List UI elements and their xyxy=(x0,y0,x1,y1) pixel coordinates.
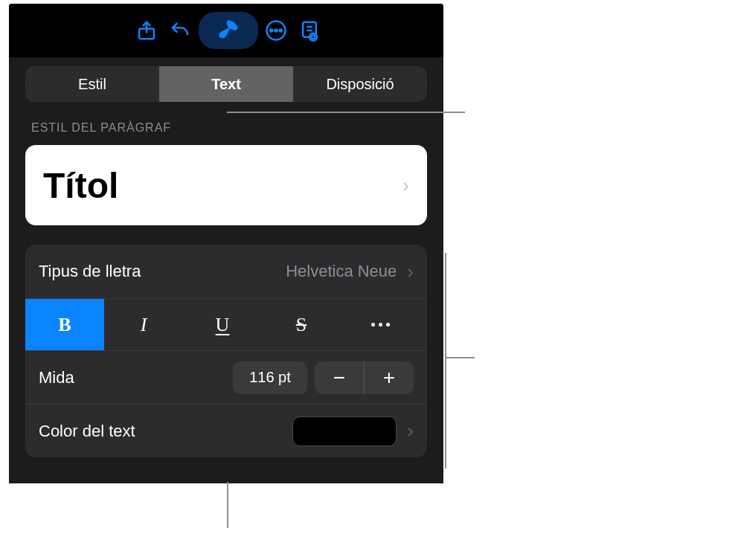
strikethrough-button[interactable]: S xyxy=(262,299,341,350)
share-icon[interactable] xyxy=(132,16,161,45)
svg-point-3 xyxy=(275,30,277,32)
bold-button[interactable]: B xyxy=(25,299,104,350)
chevron-right-icon: › xyxy=(407,260,414,283)
format-panel: Estil Text Disposició ESTIL DEL PARÀGRAF… xyxy=(9,4,443,483)
callout-line xyxy=(445,357,475,358)
italic-button[interactable]: I xyxy=(104,299,183,350)
text-color-row[interactable]: Color del text › xyxy=(25,404,427,457)
format-brush-icon[interactable] xyxy=(199,12,258,49)
paragraph-style-name: Títol xyxy=(43,165,118,206)
svg-point-2 xyxy=(271,30,273,32)
text-format-group: Tipus de lletra Helvetica Neue › B I U S… xyxy=(25,245,427,457)
size-value[interactable]: 116 pt xyxy=(233,361,307,394)
callout-line xyxy=(227,112,465,113)
callout-line xyxy=(227,482,228,528)
more-icon[interactable] xyxy=(261,16,291,45)
more-format-button[interactable] xyxy=(341,299,420,350)
chevron-right-icon: › xyxy=(402,174,409,197)
size-increase-button[interactable]: + xyxy=(365,361,414,394)
reader-view-icon[interactable] xyxy=(295,16,324,45)
size-decrease-button[interactable]: − xyxy=(315,361,364,394)
paragraph-style-button[interactable]: Títol › xyxy=(25,145,427,225)
format-buttons-row: B I U S xyxy=(25,298,427,350)
format-tabs: Estil Text Disposició xyxy=(9,57,443,114)
size-row: Mida 116 pt − + xyxy=(25,350,427,404)
tab-style[interactable]: Estil xyxy=(25,66,159,102)
ellipsis-icon xyxy=(371,323,390,326)
text-color-label: Color del text xyxy=(39,422,135,441)
callout-line xyxy=(445,253,446,469)
font-row[interactable]: Tipus de lletra Helvetica Neue › xyxy=(25,245,427,298)
underline-button[interactable]: U xyxy=(183,299,262,350)
size-label: Mida xyxy=(39,368,74,387)
app-toolbar xyxy=(9,4,443,57)
chevron-right-icon: › xyxy=(407,419,414,442)
svg-point-4 xyxy=(280,30,282,32)
font-value: Helvetica Neue xyxy=(286,262,397,281)
text-color-swatch[interactable] xyxy=(292,416,397,446)
size-stepper: 116 pt − + xyxy=(233,361,414,394)
paragraph-style-section-label: ESTIL DEL PARÀGRAF xyxy=(9,114,443,145)
tab-layout[interactable]: Disposició xyxy=(293,66,427,102)
tab-text[interactable]: Text xyxy=(159,66,293,102)
font-label: Tipus de lletra xyxy=(39,262,141,281)
undo-icon[interactable] xyxy=(165,16,195,45)
